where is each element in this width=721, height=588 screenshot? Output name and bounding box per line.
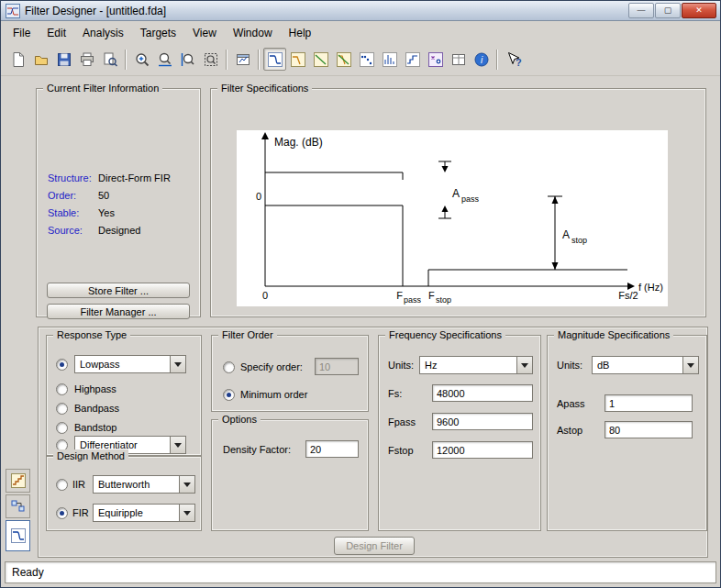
y-axis-arrow <box>261 132 269 139</box>
maximize-icon[interactable]: ▢ <box>655 3 681 18</box>
print-icon[interactable] <box>75 48 98 71</box>
astop-input[interactable] <box>605 421 693 438</box>
menu-help[interactable]: Help <box>281 23 320 43</box>
step-response-icon[interactable] <box>401 48 424 71</box>
save-icon[interactable] <box>52 48 75 71</box>
iir-method-combo[interactable]: Butterworth <box>93 475 195 494</box>
chevron-down-icon[interactable] <box>170 437 185 453</box>
design-filter-mode-icon[interactable] <box>6 520 30 551</box>
fstop-input[interactable] <box>432 441 533 459</box>
zoom-x-icon[interactable] <box>153 48 176 71</box>
specify-order-radio[interactable] <box>223 361 235 373</box>
filter-specifications-panel: Filter Specifications Mag. (dB) f (Hz) 0 <box>210 88 706 317</box>
iir-radio[interactable] <box>56 479 68 491</box>
frequency-units-combo[interactable]: Hz <box>419 356 533 374</box>
x-axis-arrow <box>627 283 635 290</box>
menu-file[interactable]: File <box>5 23 39 43</box>
set-quantization-parameters-icon[interactable] <box>6 469 30 493</box>
x-axis-label: f (Hz) <box>638 282 663 293</box>
lowpass-radio[interactable] <box>56 359 68 371</box>
chevron-down-icon[interactable] <box>170 356 185 372</box>
magnitude-phase-icon[interactable] <box>332 48 355 71</box>
filter-designer-window: Filter Designer - [untitled.fda] — ▢ ✕ F… <box>0 0 721 588</box>
menu-analysis[interactable]: Analysis <box>74 23 132 43</box>
apass-label: Apass <box>557 398 585 409</box>
impulse-response-icon[interactable] <box>378 48 401 71</box>
fir-method-combo[interactable]: Equiripple <box>93 504 195 522</box>
fir-method-value: Equiripple <box>94 505 179 521</box>
fstop-tick-label: F <box>428 290 435 301</box>
filter-info-icon[interactable]: i <box>470 48 493 71</box>
zoom-in-icon[interactable] <box>130 48 153 71</box>
print-to-figure-icon[interactable] <box>231 48 254 71</box>
chevron-down-icon[interactable] <box>682 357 698 373</box>
response-type-legend: Response Type <box>53 328 130 341</box>
filter-manager-button[interactable]: Filter Manager ... <box>47 304 190 319</box>
source-value: Designed <box>98 225 140 236</box>
density-factor-label: Density Factor: <box>223 444 291 455</box>
fir-radio[interactable] <box>56 507 68 519</box>
bandstop-label: Bandstop <box>74 422 116 433</box>
bandpass-radio[interactable] <box>56 403 68 415</box>
fstop-tick-sub: stop <box>436 295 451 305</box>
zoom-y-icon[interactable] <box>176 48 199 71</box>
open-file-icon[interactable] <box>29 48 52 71</box>
magnitude-response-icon[interactable] <box>286 48 309 71</box>
fir-label: FIR <box>72 507 89 518</box>
specify-order-label: Specify order: <box>240 361 303 372</box>
astop-annotation-sub: stop <box>571 236 587 245</box>
full-view-icon[interactable] <box>199 48 222 71</box>
realize-model-icon[interactable] <box>6 494 30 518</box>
magnitude-units-combo[interactable]: dB <box>592 356 699 374</box>
filter-specifications-legend: Filter Specifications <box>217 82 312 94</box>
stable-label: Stable: <box>48 207 79 218</box>
fpass-tick-label: F <box>396 290 403 301</box>
filter-specification-diagram: Mag. (dB) f (Hz) 0 <box>237 130 668 306</box>
store-filter-button[interactable]: Store Filter ... <box>47 283 190 298</box>
menu-targets[interactable]: Targets <box>132 23 184 43</box>
menu-edit[interactable]: Edit <box>39 23 74 43</box>
apass-annotation-sub: pass <box>461 194 480 204</box>
fs-input[interactable] <box>432 384 533 402</box>
specify-order-input[interactable] <box>315 358 359 375</box>
minimum-order-label: Minimum order <box>240 389 307 400</box>
toolbar-separator <box>496 50 498 70</box>
stable-value: Yes <box>98 207 115 218</box>
chevron-down-icon[interactable] <box>179 505 194 521</box>
toolbar: i ? <box>1 43 720 76</box>
close-icon[interactable]: ✕ <box>682 3 716 18</box>
apass-input[interactable] <box>605 394 693 412</box>
density-factor-input[interactable] <box>305 440 359 458</box>
order-label: Order: <box>48 190 76 201</box>
design-method-panel: Design Method IIR Butterworth FIR Equiri… <box>46 456 202 531</box>
chevron-down-icon[interactable] <box>179 476 194 493</box>
filter-coefficients-icon[interactable] <box>447 48 470 71</box>
help-icon[interactable]: ? <box>502 48 525 71</box>
main-area: Current Filter Information Structure: Di… <box>1 76 720 559</box>
lowpass-combo[interactable]: Lowpass <box>74 355 186 373</box>
fs2-tick-label: Fs/2 <box>618 290 638 301</box>
minimum-order-radio[interactable] <box>223 389 235 401</box>
menu-window[interactable]: Window <box>225 23 281 43</box>
print-preview-icon[interactable] <box>98 48 121 71</box>
filter-order-legend: Filter Order <box>218 328 277 341</box>
new-file-icon[interactable] <box>6 48 29 71</box>
fpass-input[interactable] <box>432 413 533 430</box>
current-filter-information-legend: Current Filter Information <box>43 82 162 94</box>
bandstop-radio[interactable] <box>56 422 68 434</box>
highpass-radio[interactable] <box>56 383 68 395</box>
origin-tick-label: 0 <box>262 290 268 301</box>
minimize-icon[interactable]: — <box>628 3 654 18</box>
phase-response-icon[interactable] <box>309 48 332 71</box>
group-delay-icon[interactable] <box>355 48 378 71</box>
svg-text:?: ? <box>516 57 522 68</box>
design-panel: Response Type Lowpass Highpass Bandpass … <box>38 327 708 558</box>
design-filter-button[interactable]: Design Filter <box>334 537 415 555</box>
chevron-down-icon[interactable] <box>516 357 532 373</box>
response-type-panel: Response Type Lowpass Highpass Bandpass … <box>46 335 202 456</box>
frequency-units-value: Hz <box>420 357 516 373</box>
pole-zero-icon[interactable] <box>424 48 447 71</box>
design-filter-panel-icon[interactable] <box>263 48 286 71</box>
titlebar: Filter Designer - [untitled.fda] — ▢ ✕ <box>1 1 720 21</box>
menu-view[interactable]: View <box>184 23 225 43</box>
